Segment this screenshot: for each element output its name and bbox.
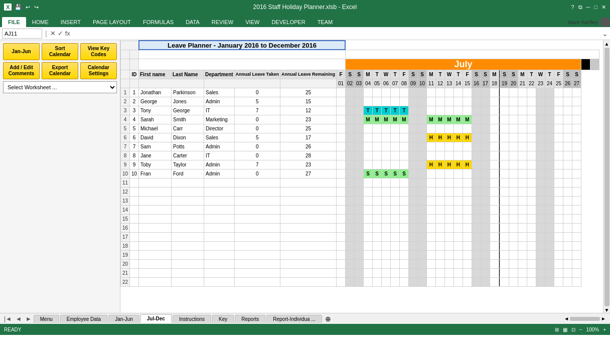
title-row: Leave Planner - January 2016 to December…	[121, 41, 599, 50]
title-bar-title: 2016 Staff Holiday Planner.xlsb - Excel	[39, 4, 571, 11]
scroll-thumb[interactable]	[604, 48, 609, 306]
view-key-codes-button[interactable]: View Key Codes	[80, 43, 117, 60]
tab-data[interactable]: DATA	[180, 17, 206, 27]
empty-row: 15	[121, 214, 599, 223]
zoom-in-button[interactable]: +	[603, 327, 606, 332]
day-label-row: ID First name Last Name Department Annua…	[121, 70, 599, 79]
spreadsheet[interactable]: Leave Planner - January 2016 to December…	[120, 40, 603, 313]
formula-icons[interactable]: ✕ ✓ fx	[50, 30, 70, 37]
empty-row: 19	[121, 250, 599, 259]
jan-jun-button[interactable]: Jan-Jun	[3, 43, 40, 60]
zoom-out-button[interactable]: −	[579, 327, 582, 332]
sheet-tab-instructions[interactable]: Instructions	[173, 315, 211, 323]
zoom-level: 100%	[586, 327, 599, 332]
formula-input[interactable]	[72, 29, 600, 39]
empty-row: 14	[121, 205, 599, 214]
empty-row: 20	[121, 259, 599, 268]
user-avatar	[600, 17, 610, 27]
insert-function-icon[interactable]: fx	[65, 30, 70, 37]
empty-row: 17	[121, 232, 599, 241]
table-row: 88JaneCarterIT028	[121, 151, 599, 160]
sheet-tab-menu[interactable]: Menu	[34, 315, 59, 323]
grid-table: Leave Planner - January 2016 to December…	[120, 40, 599, 287]
table-row: 55MichaelCarrDirector025	[121, 124, 599, 133]
month-label: July	[345, 59, 581, 70]
table-row: 1010FranFordAdmin027SSSSS	[121, 169, 599, 178]
tab-file[interactable]: FILE	[2, 17, 26, 27]
main-area: Jan-Jun Sort Calendar View Key Codes Add…	[0, 40, 610, 313]
table-row: 44SarahSmithMarketing023MMMMMMMMMM	[121, 115, 599, 124]
scroll-down-button[interactable]: ▼	[604, 307, 609, 313]
formula-expand-icon[interactable]: ⌄	[602, 30, 608, 38]
help-button[interactable]: ?	[571, 4, 574, 10]
ribbon-tabs: FILE HOME INSERT PAGE LAYOUT FORMULAS DA…	[0, 14, 610, 27]
vertical-scrollbar[interactable]: ▲ ▼	[603, 40, 610, 313]
empty-row: 16	[121, 223, 599, 232]
sheet-tabs: |◄ ◄ ► Menu Employee Data Jan-Jun Jul-De…	[0, 313, 610, 324]
horizontal-scroll-area[interactable]: ◄ ►	[564, 316, 606, 321]
excel-logo: X	[4, 4, 12, 11]
tab-view[interactable]: VIEW	[239, 17, 265, 27]
empty-row: 21	[121, 268, 599, 277]
cancel-formula-icon[interactable]: ✕	[50, 30, 56, 37]
date-number-row: 01 02 03 04 05 06 07 08 09 10 11 12 13 1…	[121, 79, 599, 88]
status-bar: READY ⊞ ▦ ⊡ − 100% +	[0, 324, 610, 335]
calendar-settings-button[interactable]: Calendar Settings	[80, 62, 117, 79]
close-button[interactable]: ✕	[601, 4, 606, 11]
empty-row: 18	[121, 241, 599, 250]
tab-page-layout[interactable]: PAGE LAYOUT	[87, 17, 137, 27]
table-row: 66DavidDixonSales517HHHHH	[121, 133, 599, 142]
scroll-up-button[interactable]: ▲	[604, 41, 609, 47]
month-header-row: July	[121, 59, 599, 70]
add-sheet-button[interactable]: ⊕	[325, 315, 331, 323]
user-account: dave hartley	[568, 17, 610, 27]
table-row: 33TonyGeorgeIT712TTTTT	[121, 106, 599, 115]
table-row: 77SamPottsAdmin026	[121, 142, 599, 151]
table-row: 22GeorgeJonesAdmin515	[121, 97, 599, 106]
title-bar-right: ? ⧉ ─ □ ✕	[571, 4, 606, 11]
page-break-icon[interactable]: ⊡	[571, 327, 575, 332]
hscroll-left-button[interactable]: ◄	[564, 316, 569, 321]
hscroll-thumb[interactable]	[570, 317, 600, 321]
tab-nav-prev[interactable]: ◄	[14, 315, 24, 322]
tab-nav-first[interactable]: |◄	[2, 315, 14, 322]
add-edit-comments-button[interactable]: Add / Edit Comments	[3, 62, 40, 79]
tab-nav-next[interactable]: ►	[24, 315, 34, 322]
tab-developer[interactable]: DEVELOPER	[265, 17, 311, 27]
page-layout-icon[interactable]: ⊞	[555, 327, 559, 332]
worksheet-select[interactable]: Select Worksheet ...	[3, 81, 117, 93]
planner-title: Leave Planner - January 2016 to December…	[139, 41, 346, 50]
tab-formulas[interactable]: FORMULAS	[137, 17, 180, 27]
minimize-button[interactable]: ─	[586, 4, 590, 10]
tab-insert[interactable]: INSERT	[55, 17, 87, 27]
maximize-button[interactable]: □	[594, 4, 597, 10]
spacer-row	[121, 50, 599, 59]
sort-calendar-button[interactable]: Sort Calendar	[42, 43, 78, 60]
tab-review[interactable]: REVIEW	[206, 17, 239, 27]
status-ready: READY	[4, 327, 21, 332]
title-bar-left: X 💾↩↪	[4, 4, 39, 11]
normal-view-icon[interactable]: ▦	[563, 327, 567, 332]
sheet-tab-jul-dec[interactable]: Jul-Dec	[140, 314, 172, 323]
status-right: ⊞ ▦ ⊡ − 100% +	[555, 327, 606, 332]
sheet-tab-reports[interactable]: Reports	[235, 315, 265, 323]
formula-bar: | ✕ ✓ fx ⌄	[0, 27, 610, 40]
empty-row: 13	[121, 196, 599, 205]
empty-row: 11	[121, 178, 599, 187]
export-calendar-button[interactable]: Export Calendar	[42, 62, 78, 79]
restore-button[interactable]: ⧉	[578, 4, 582, 11]
hscroll-right-button[interactable]: ►	[601, 316, 606, 321]
button-row-1: Jan-Jun Sort Calendar View Key Codes	[3, 43, 117, 60]
left-panel: Jan-Jun Sort Calendar View Key Codes Add…	[0, 40, 120, 313]
formula-separator: |	[44, 30, 48, 38]
sheet-tab-report-individual[interactable]: Report-Individua ...	[266, 315, 322, 323]
tab-team[interactable]: TEAM	[312, 17, 339, 27]
sheet-tab-key[interactable]: Key	[212, 315, 234, 323]
confirm-formula-icon[interactable]: ✓	[58, 30, 63, 37]
sheet-tab-employee-data[interactable]: Employee Data	[60, 315, 107, 323]
grid-body: 11JonathanParkinsonSales02522GeorgeJones…	[121, 88, 599, 286]
tab-home[interactable]: HOME	[26, 17, 55, 27]
quick-access-toolbar: 💾↩↪	[15, 4, 39, 11]
cell-reference-input[interactable]	[2, 29, 42, 39]
sheet-tab-jan-jun[interactable]: Jan-Jun	[108, 315, 139, 323]
